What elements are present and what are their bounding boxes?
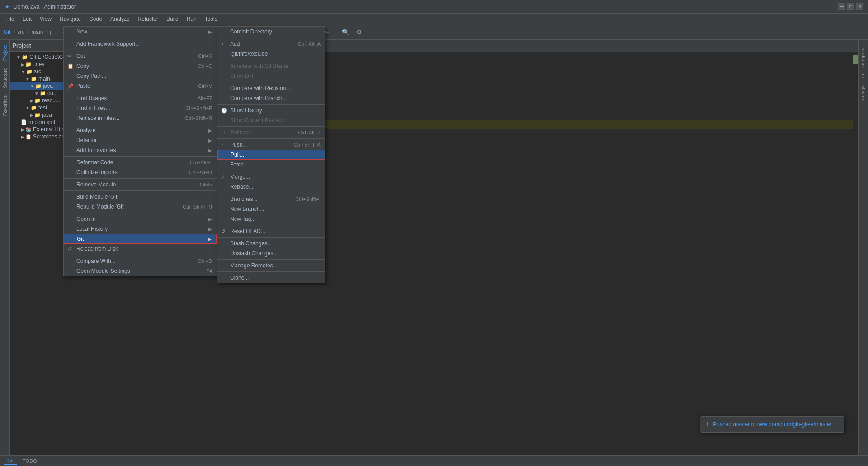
- ctx-analyze[interactable]: Analyze ▶: [64, 125, 217, 135]
- ctx-sep-2: [64, 50, 217, 50]
- sub-sep-12: [217, 271, 325, 272]
- ctx-add-favorites[interactable]: Add to Favorites ▶: [64, 145, 217, 155]
- breadcrumb-main[interactable]: main: [31, 29, 43, 35]
- sub-unstash[interactable]: Unstash Changes...: [217, 248, 325, 258]
- sub-compare-revision-label: Compare with Revision...: [230, 85, 290, 91]
- sub-gitignore-label: .git/info/exclude: [230, 51, 268, 57]
- menu-tools[interactable]: Tools: [201, 15, 221, 23]
- rollback-icon: ↩: [221, 130, 225, 136]
- ctx-refactor[interactable]: Refactor ▶: [64, 135, 217, 145]
- menu-analyze[interactable]: Analyze: [107, 15, 133, 23]
- ctx-compare-with[interactable]: Compare With... Ctrl+D: [64, 256, 217, 266]
- sub-sep-7: [217, 171, 325, 171]
- sub-new-branch[interactable]: New Branch...: [217, 204, 325, 214]
- breadcrumb-src[interactable]: src: [17, 29, 24, 35]
- maven-tab-m[interactable]: m: [859, 70, 868, 81]
- database-tab[interactable]: Database: [859, 42, 868, 70]
- sub-reset-head-label: Reset HEAD...: [230, 228, 265, 234]
- ctx-replace-files[interactable]: Replace in Files... Ctrl+Shift+R: [64, 113, 217, 123]
- ctx-open-in[interactable]: Open In ▶: [64, 214, 217, 224]
- breadcrumb-j[interactable]: j: [50, 29, 51, 35]
- maven-tab[interactable]: Maven: [859, 81, 868, 104]
- ctx-remove-module[interactable]: Remove Module Delete: [64, 180, 217, 190]
- ctx-rebuild-module[interactable]: Rebuild Module 'Git' Ctrl+Shift+F9: [64, 202, 217, 212]
- ctx-reload-disk[interactable]: ↺ Reload from Disk: [64, 244, 217, 254]
- sub-branches[interactable]: Branches... Ctrl+Shift+`: [217, 194, 325, 204]
- sub-push[interactable]: ↑ Push... Ctrl+Shift+K: [217, 140, 325, 150]
- context-menu: New ▶ Add Framework Support... ✂ Cut Ctr…: [63, 26, 217, 276]
- close-button[interactable]: ✕: [856, 3, 863, 10]
- favorites-tab[interactable]: Favorites: [1, 92, 9, 119]
- ctx-git[interactable]: Git ▶: [64, 234, 217, 244]
- title-bar-controls[interactable]: ─ □ ✕: [838, 3, 863, 10]
- sub-commit-dir[interactable]: Commit Directory...: [217, 27, 325, 37]
- project-tab[interactable]: Project: [1, 42, 9, 64]
- menu-refactor[interactable]: Refactor: [134, 15, 162, 23]
- sub-pull[interactable]: Pull...: [217, 150, 325, 160]
- sub-compare-revision[interactable]: Compare with Revision...: [217, 83, 325, 93]
- minimize-button[interactable]: ─: [838, 3, 845, 10]
- ctx-find-usages-shortcut: Alt+F7: [198, 95, 212, 101]
- sub-rebase[interactable]: Rebase...: [217, 182, 325, 192]
- ctx-refactor-label: Refactor: [76, 137, 97, 143]
- sub-reset-head[interactable]: ↺ Reset HEAD...: [217, 226, 325, 236]
- sub-add[interactable]: + Add Ctrl+Alt+A: [217, 39, 325, 49]
- sub-merge[interactable]: ⑂ Merge...: [217, 172, 325, 182]
- submenu-arrow-local-history: ▶: [208, 227, 212, 232]
- menu-edit[interactable]: Edit: [19, 15, 35, 23]
- app-icon: ✦: [5, 3, 10, 10]
- sub-new-tag[interactable]: New Tag...: [217, 214, 325, 224]
- ctx-git-label: Git: [77, 236, 84, 242]
- ctx-new[interactable]: New ▶: [64, 27, 217, 37]
- todo-bottom-tab[interactable]: TODO: [19, 457, 41, 465]
- ctx-build-module-label: Build Module 'Git': [76, 194, 118, 200]
- src-folder-icon: 📁: [26, 69, 33, 75]
- sub-rebase-label: Rebase...: [230, 184, 253, 190]
- git-bottom-tab[interactable]: Git: [4, 457, 17, 465]
- menu-navigate[interactable]: Navigate: [56, 15, 85, 23]
- title-bar-left: ✦ Demo.java - Administrator: [5, 3, 76, 10]
- ctx-copy[interactable]: 📋 Copy Ctrl+C: [64, 61, 217, 71]
- menu-view[interactable]: View: [36, 15, 55, 23]
- sub-stash[interactable]: Stash Changes...: [217, 238, 325, 248]
- ctx-build-module[interactable]: Build Module 'Git': [64, 192, 217, 202]
- ctx-paste[interactable]: 📌 Paste Ctrl+V: [64, 81, 217, 91]
- tree-item-label: src: [34, 68, 41, 75]
- ctx-optimize[interactable]: Optimize Imports Ctrl+Alt+O: [64, 167, 217, 177]
- sub-compare-branch[interactable]: Compare with Branch...: [217, 93, 325, 103]
- expand-icon: ▶: [30, 113, 33, 118]
- ctx-reformat-shortcut: Ctrl+Alt+L: [190, 160, 212, 165]
- breadcrumb-git[interactable]: Git: [4, 29, 10, 35]
- expand-icon: ▶: [21, 134, 24, 139]
- maximize-button[interactable]: □: [847, 3, 854, 10]
- ctx-module-settings[interactable]: Open Module Settings F4: [64, 266, 217, 276]
- test-folder-icon: 📁: [31, 105, 37, 111]
- ctx-find-usages[interactable]: Find Usages Alt+F7: [64, 93, 217, 103]
- main-folder-icon: 📁: [31, 76, 37, 82]
- menu-file[interactable]: File: [2, 15, 18, 23]
- git-submenu: Commit Directory... + Add Ctrl+Alt+A .gi…: [217, 26, 326, 283]
- menu-build[interactable]: Build: [163, 15, 182, 23]
- ctx-add-framework[interactable]: Add Framework Support...: [64, 39, 217, 49]
- sub-fetch[interactable]: Fetch: [217, 160, 325, 170]
- sub-clone[interactable]: Clone...: [217, 273, 325, 283]
- ctx-copy-path[interactable]: Copy Path...: [64, 71, 217, 81]
- sub-add-label: Add: [230, 41, 240, 47]
- menu-run[interactable]: Run: [183, 15, 200, 23]
- sub-gitignore[interactable]: .git/info/exclude: [217, 49, 325, 59]
- ctx-reformat[interactable]: Reformat Code Ctrl+Alt+L: [64, 157, 217, 167]
- ctx-reformat-label: Reformat Code: [76, 159, 113, 166]
- ctx-local-history[interactable]: Local History ▶: [64, 224, 217, 234]
- structure-tab[interactable]: Structure: [1, 64, 9, 92]
- scratches-icon: 📋: [25, 134, 32, 140]
- ctx-cut[interactable]: ✂ Cut Ctrl+X: [64, 51, 217, 61]
- menu-code[interactable]: Code: [85, 15, 106, 23]
- sub-manage-remotes[interactable]: Manage Remotes...: [217, 261, 325, 271]
- tree-item-label: .idea: [33, 61, 45, 67]
- ctx-find-files[interactable]: Find in Files... Ctrl+Shift+F: [64, 103, 217, 113]
- settings-button[interactable]: ⚙: [354, 27, 364, 38]
- sub-show-history[interactable]: 🕐 Show History: [217, 105, 325, 115]
- notification-toast: ℹ Pushed master to new branch origin-git…: [700, 416, 844, 433]
- ctx-sep-3: [64, 92, 217, 92]
- search-everywhere[interactable]: 🔍: [340, 27, 351, 38]
